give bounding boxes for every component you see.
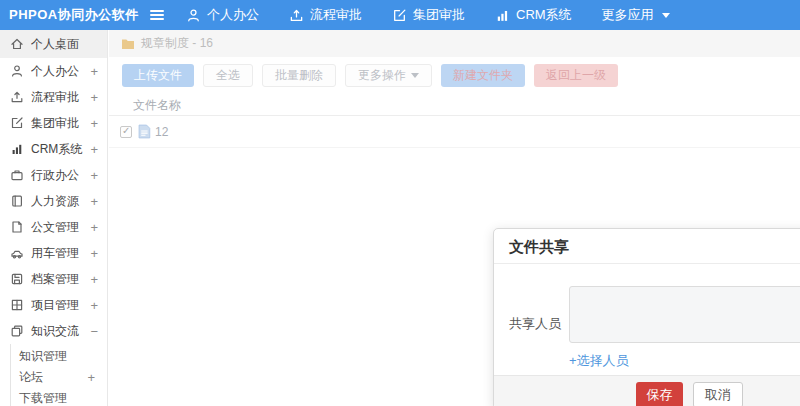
sidebar-item[interactable]: 行政办公 + xyxy=(0,162,107,188)
upload-icon xyxy=(289,8,304,23)
expand-toggle-icon[interactable]: + xyxy=(90,64,98,79)
cancel-button[interactable]: 取消 xyxy=(693,382,743,406)
chevron-down-icon xyxy=(411,73,419,78)
share-members-textarea[interactable] xyxy=(569,286,800,343)
file-name: 12 xyxy=(155,125,168,139)
file-table-header: 文件名称 xyxy=(109,95,800,116)
expand-toggle-icon[interactable]: + xyxy=(87,370,95,385)
expand-toggle-icon[interactable]: + xyxy=(90,298,98,313)
select-members-link[interactable]: +选择人员 xyxy=(569,352,629,370)
sidebar-item[interactable]: 项目管理 + xyxy=(0,292,107,318)
sidebar-menu: 个人桌面 个人办公 + 流程审批 + 集团审批 + xyxy=(0,30,107,344)
sidebar-subitem-label: 下载管理 xyxy=(19,390,95,406)
expand-toggle-icon[interactable]: + xyxy=(90,194,98,209)
expand-toggle-icon[interactable]: − xyxy=(90,324,98,339)
top-nav-item[interactable]: 流程审批 xyxy=(289,6,362,24)
top-nav-item[interactable]: 更多应用 xyxy=(602,6,670,24)
more-actions-label: 更多操作 xyxy=(358,67,406,84)
row-checkbox[interactable] xyxy=(120,126,132,138)
app-logo: PHPOA协同办公软件 xyxy=(0,6,140,24)
sidebar-item[interactable]: CRM系统 + xyxy=(0,136,107,162)
top-nav-item[interactable]: CRM系统 xyxy=(495,6,572,24)
file-row[interactable]: 12 xyxy=(109,116,800,148)
car-icon xyxy=(10,246,24,260)
toolbar: 上传文件 全选 批量删除 更多操作 新建文件夹 返回上一级 xyxy=(109,64,800,87)
expand-toggle-icon[interactable]: + xyxy=(90,246,98,261)
upload-file-button[interactable]: 上传文件 xyxy=(122,64,194,87)
top-nav-item[interactable]: 集团审批 xyxy=(392,6,465,24)
sidebar-item[interactable]: 流程审批 + xyxy=(0,84,107,110)
sidebar-item-label: 人力资源 xyxy=(31,193,90,210)
folder-icon xyxy=(121,38,135,50)
expand-toggle-icon[interactable]: + xyxy=(90,168,98,183)
sidebar-item-label: 公文管理 xyxy=(31,219,90,236)
briefcase-icon xyxy=(10,168,24,182)
top-nav-label: 更多应用 xyxy=(602,6,654,24)
project-icon xyxy=(10,298,24,312)
upload-icon xyxy=(10,90,24,104)
top-nav-item[interactable]: 个人办公 xyxy=(186,6,259,24)
sidebar-item-label: 用车管理 xyxy=(31,245,90,262)
save-button[interactable]: 保存 xyxy=(636,382,683,406)
top-nav-label: 集团审批 xyxy=(413,6,465,24)
expand-toggle-icon[interactable]: + xyxy=(90,90,98,105)
sidebar-submenu: 知识管理 论坛 + 下载管理 xyxy=(10,344,107,406)
expand-toggle-icon[interactable]: + xyxy=(90,116,98,131)
sidebar-subitem-label: 知识管理 xyxy=(19,348,95,365)
top-nav-label: 流程审批 xyxy=(310,6,362,24)
file-icon xyxy=(138,124,151,139)
chart-icon xyxy=(495,8,510,23)
share-members-label: 共享人员 xyxy=(494,315,561,333)
chart-icon xyxy=(10,142,24,156)
sidebar-item-label: 个人桌面 xyxy=(31,36,98,53)
sidebar-item[interactable]: 集团审批 + xyxy=(0,110,107,136)
sidebar-subitem-label: 论坛 xyxy=(19,369,87,386)
sidebar-item-label: 项目管理 xyxy=(31,297,90,314)
breadcrumb: 规章制度 - 16 xyxy=(109,30,800,57)
archive-icon xyxy=(10,272,24,286)
sidebar-item-label: 集团审批 xyxy=(31,115,90,132)
file-name-column-header: 文件名称 xyxy=(133,97,181,114)
modal-title: 文件共享 xyxy=(494,229,800,264)
sidebar: 个人桌面 个人办公 + 流程审批 + 集团审批 + xyxy=(0,30,108,406)
edit-icon xyxy=(10,116,24,130)
user-icon xyxy=(10,64,24,78)
sidebar-item[interactable]: 用车管理 + xyxy=(0,240,107,266)
file-share-modal: 文件共享 共享人员 +选择人员 保存 取消 xyxy=(493,228,800,406)
new-folder-button[interactable]: 新建文件夹 xyxy=(441,64,525,87)
sidebar-item[interactable]: 档案管理 + xyxy=(0,266,107,292)
batch-delete-button[interactable]: 批量删除 xyxy=(262,64,336,87)
sidebar-item[interactable]: 公文管理 + xyxy=(0,214,107,240)
sidebar-item[interactable]: 个人桌面 xyxy=(0,30,107,58)
user-icon xyxy=(186,8,201,23)
modal-footer: 保存 取消 xyxy=(494,375,800,406)
sidebar-item-label: CRM系统 xyxy=(31,141,90,158)
sidebar-item-label: 个人办公 xyxy=(31,63,90,80)
hamburger-menu-icon[interactable] xyxy=(150,10,164,20)
more-actions-button[interactable]: 更多操作 xyxy=(345,64,432,87)
sidebar-item[interactable]: 知识交流 − xyxy=(0,318,107,344)
sidebar-item-label: 档案管理 xyxy=(31,271,90,288)
expand-toggle-icon[interactable]: + xyxy=(90,220,98,235)
edit-icon xyxy=(392,8,407,23)
select-all-button[interactable]: 全选 xyxy=(203,64,253,87)
back-button[interactable]: 返回上一级 xyxy=(534,64,618,87)
top-nav: 个人办公 流程审批 集团审批 CRM系统 xyxy=(186,6,700,24)
top-nav-label: 个人办公 xyxy=(207,6,259,24)
chevron-down-icon xyxy=(662,13,670,18)
top-nav-label: CRM系统 xyxy=(516,6,572,24)
sidebar-item[interactable]: 人力资源 + xyxy=(0,188,107,214)
sidebar-subitem[interactable]: 下载管理 xyxy=(11,388,107,406)
expand-toggle-icon[interactable]: + xyxy=(90,142,98,157)
document-icon xyxy=(10,220,24,234)
sidebar-subitem[interactable]: 论坛 + xyxy=(11,367,107,388)
book-icon xyxy=(10,194,24,208)
top-bar: PHPOA协同办公软件 个人办公 流程审批 集团审批 xyxy=(0,0,800,30)
sidebar-item[interactable]: 个人办公 + xyxy=(0,58,107,84)
breadcrumb-label: 规章制度 - 16 xyxy=(141,35,213,52)
sidebar-item-label: 行政办公 xyxy=(31,167,90,184)
home-icon xyxy=(10,37,24,51)
share-icon xyxy=(10,324,24,338)
expand-toggle-icon[interactable]: + xyxy=(90,272,98,287)
sidebar-subitem[interactable]: 知识管理 xyxy=(11,346,107,367)
